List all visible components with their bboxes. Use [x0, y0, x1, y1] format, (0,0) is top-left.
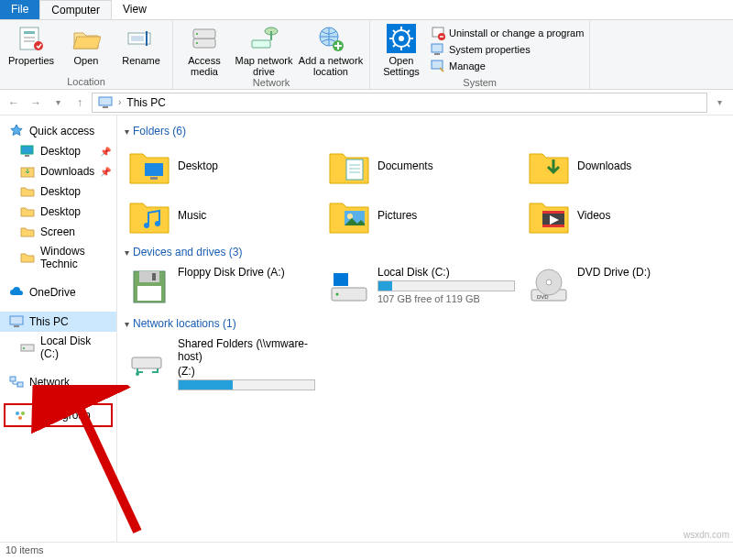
system-properties-button[interactable]: System properties: [431, 42, 584, 57]
back-button[interactable]: ←: [4, 93, 24, 113]
drive-floppy[interactable]: Floppy Disk Drive (A:): [125, 262, 324, 312]
chevron-icon: ›: [118, 97, 121, 107]
status-bar: 10 items: [0, 542, 733, 560]
up-button[interactable]: ↑: [70, 93, 90, 113]
network-drive-icon: [128, 337, 170, 379]
svg-rect-39: [14, 325, 19, 327]
folder-icon: [20, 204, 35, 219]
svg-rect-33: [99, 97, 112, 105]
svg-rect-34: [103, 106, 108, 108]
sidebar-item-desktop[interactable]: Desktop📌: [0, 141, 116, 161]
folder-music[interactable]: Music: [125, 191, 324, 240]
svg-rect-70: [334, 280, 340, 285]
manage-button[interactable]: Manage: [431, 59, 584, 73]
floppy-icon: [128, 266, 170, 308]
collapse-icon: ▾: [125, 247, 129, 258]
folder-downloads[interactable]: Downloads: [524, 141, 724, 191]
section-folders[interactable]: ▾Folders (6): [125, 125, 726, 137]
downloads-icon: [20, 164, 35, 179]
sidebar-item-desktop2[interactable]: Desktop: [0, 181, 116, 202]
drive-dvd[interactable]: DVD DVD Drive (D:): [524, 262, 724, 312]
svg-point-77: [136, 372, 139, 376]
recent-locations-button[interactable]: ▾: [48, 93, 68, 113]
svg-rect-32: [432, 60, 443, 69]
svg-point-54: [155, 221, 160, 226]
ribbon-group-label: System: [376, 77, 584, 90]
local-disk-icon: [328, 266, 370, 308]
svg-rect-35: [21, 146, 33, 154]
svg-rect-47: [145, 163, 163, 176]
sidebar-network[interactable]: Network: [0, 372, 116, 392]
pictures-folder-icon: [328, 194, 370, 236]
tab-view[interactable]: View: [112, 0, 158, 19]
sidebar-quick-access[interactable]: Quick access: [0, 121, 116, 141]
svg-rect-3: [24, 40, 35, 42]
sidebar-item-screen[interactable]: Screen: [0, 222, 116, 242]
svg-rect-38: [10, 316, 23, 324]
folder-videos[interactable]: Videos: [524, 191, 724, 240]
properties-icon: [16, 24, 46, 53]
svg-rect-2: [24, 37, 35, 38]
svg-rect-40: [21, 345, 34, 351]
sidebar-homegroup[interactable]: Homegroup: [5, 405, 111, 425]
svg-rect-58: [542, 211, 564, 214]
this-pc-icon: [9, 314, 24, 329]
pin-icon: 📌: [100, 147, 111, 157]
storage-bar: [377, 280, 515, 291]
drive-local-c[interactable]: Local Disk (C:) 107 GB free of 119 GB: [324, 262, 524, 312]
this-pc-icon: [98, 95, 113, 110]
svg-rect-59: [542, 225, 564, 227]
watermark: wsxdn.com: [684, 530, 729, 540]
sidebar-item-desktop3[interactable]: Desktop: [0, 202, 116, 222]
forward-button[interactable]: →: [26, 93, 46, 113]
uninstall-program-button[interactable]: Uninstall or change a program: [431, 26, 584, 40]
onedrive-icon: [9, 285, 24, 300]
navigation-pane: Quick access Desktop📌 Downloads📌 Desktop…: [0, 115, 117, 542]
properties-button[interactable]: Properties: [5, 22, 57, 66]
ribbon-group-network: Access media Map network drive Add a net…: [173, 20, 370, 89]
folder-documents[interactable]: Documents: [324, 141, 524, 191]
add-network-location-button[interactable]: Add a network location: [298, 22, 364, 77]
sidebar-local-disk[interactable]: Local Disk (C:): [0, 332, 116, 363]
svg-point-44: [16, 412, 19, 415]
sidebar-item-windows-technic[interactable]: Windows Technic: [0, 242, 116, 273]
svg-point-46: [18, 416, 22, 420]
address-dropdown[interactable]: ▾: [709, 93, 729, 113]
svg-rect-61: [139, 271, 159, 282]
open-button[interactable]: Open: [60, 22, 112, 66]
svg-point-11: [196, 42, 198, 44]
section-network-locations[interactable]: ▾Network locations (1): [125, 317, 726, 330]
network-drive-z[interactable]: Shared Folders (\\vmware-host) (Z:): [125, 334, 324, 394]
svg-point-4: [34, 41, 43, 50]
address-path[interactable]: › This PC: [92, 93, 707, 113]
network-icon: [9, 375, 24, 390]
folder-pictures[interactable]: Pictures: [324, 191, 524, 240]
open-settings-button[interactable]: Open Settings: [376, 22, 427, 77]
svg-point-65: [336, 293, 339, 296]
videos-folder-icon: [528, 194, 570, 236]
map-network-drive-button[interactable]: Map network drive: [234, 22, 294, 77]
tab-computer[interactable]: Computer: [39, 0, 112, 19]
sidebar-this-pc[interactable]: This PC: [0, 312, 116, 332]
sys-props-icon: [431, 42, 445, 57]
open-icon: [71, 24, 101, 53]
svg-rect-31: [434, 53, 440, 55]
tab-file[interactable]: File: [0, 0, 39, 19]
svg-rect-1: [24, 31, 35, 34]
svg-point-18: [399, 36, 404, 41]
svg-rect-30: [432, 44, 443, 52]
svg-point-10: [196, 33, 198, 35]
access-media-button[interactable]: Access media: [179, 22, 230, 77]
rename-button[interactable]: Rename: [115, 22, 167, 66]
collapse-icon: ▾: [125, 319, 129, 329]
section-devices[interactable]: ▾Devices and drives (3): [125, 246, 726, 258]
folder-icon: [20, 225, 35, 239]
drive-icon: [20, 340, 35, 355]
folder-desktop[interactable]: Desktop: [125, 141, 324, 191]
svg-point-53: [144, 223, 149, 228]
svg-rect-36: [25, 155, 29, 157]
svg-point-45: [21, 412, 25, 415]
access-media-icon: [190, 24, 219, 53]
sidebar-item-downloads[interactable]: Downloads📌: [0, 161, 116, 181]
sidebar-onedrive[interactable]: OneDrive: [0, 282, 116, 302]
